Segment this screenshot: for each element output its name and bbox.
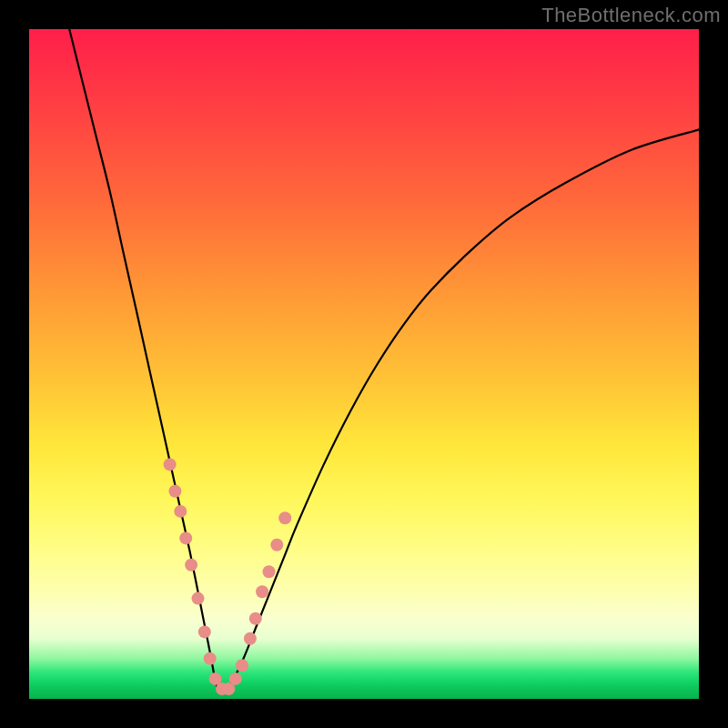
highlight-dot [256,585,268,598]
highlight-dot [168,485,181,498]
highlight-dot [244,632,257,645]
highlight-dot [198,625,211,638]
highlight-dot [204,652,217,665]
highlight-dot [278,511,291,524]
highlight-dot [174,505,187,518]
chart-svg [29,29,699,699]
highlight-dot [249,612,262,625]
highlight-dot [270,539,283,551]
watermark-text: TheBottleneck.com [541,4,721,27]
highlight-dots-group [164,458,292,695]
highlight-dot [263,565,276,578]
highlight-dot [236,659,248,672]
chart-frame: TheBottleneck.com [0,0,728,728]
bottleneck-curve [69,29,699,693]
highlight-dot [229,672,242,685]
highlight-dot [192,592,205,605]
highlight-dot [179,531,192,544]
highlight-dot [185,559,197,571]
plot-area [29,29,699,699]
highlight-dot [164,458,177,470]
